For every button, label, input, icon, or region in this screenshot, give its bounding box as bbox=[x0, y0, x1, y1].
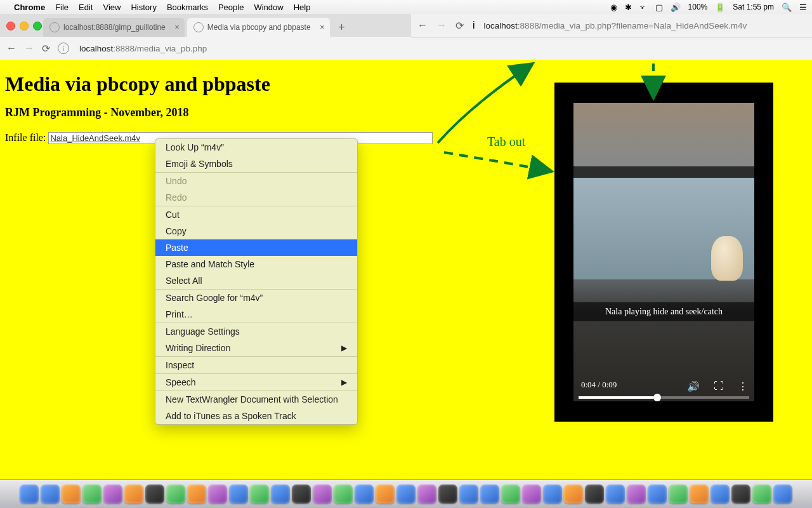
dock-app-icon[interactable] bbox=[82, 485, 102, 504]
zoom-window-icon[interactable] bbox=[33, 22, 42, 30]
ctx-lookup[interactable]: Look Up “m4v” bbox=[155, 139, 357, 156]
reload-button[interactable]: ⟳ bbox=[455, 20, 464, 32]
ctx-itunes-spoken[interactable]: Add to iTunes as a Spoken Track bbox=[155, 408, 357, 424]
dock-app-icon[interactable] bbox=[773, 485, 792, 504]
ctx-textwrangler[interactable]: New TextWrangler Document with Selection bbox=[155, 391, 357, 408]
close-tab-icon[interactable]: × bbox=[174, 22, 180, 32]
dock-app-icon[interactable] bbox=[585, 485, 604, 504]
dock-app-icon[interactable] bbox=[564, 485, 583, 504]
dock-app-icon[interactable] bbox=[376, 485, 395, 504]
url-text[interactable]: localhost:8888/media_via_pb.php?filename… bbox=[484, 21, 747, 30]
menubar-file[interactable]: File bbox=[55, 3, 69, 12]
video-player[interactable]: Nala playing hide and seek/catch 0:04 / … bbox=[554, 83, 773, 422]
ctx-paste[interactable]: Paste bbox=[155, 239, 357, 256]
status-record-icon[interactable]: ◉ bbox=[610, 3, 617, 12]
scene-countertop bbox=[573, 166, 754, 178]
dock-app-icon[interactable] bbox=[606, 485, 625, 504]
dock-app-icon[interactable] bbox=[208, 485, 227, 504]
dock-app-icon[interactable] bbox=[124, 485, 143, 504]
submenu-arrow-icon: ▶ bbox=[341, 344, 347, 352]
dock-app-icon[interactable] bbox=[522, 485, 541, 504]
menu-list-icon[interactable]: ☰ bbox=[799, 3, 807, 12]
new-tab-button[interactable]: + bbox=[334, 19, 350, 36]
site-info-icon[interactable]: i bbox=[58, 43, 69, 54]
context-menu: Look Up “m4v” Emoji & Symbols Undo Redo … bbox=[155, 138, 358, 425]
ctx-inspect[interactable]: Inspect bbox=[155, 357, 357, 373]
menubar-bookmarks[interactable]: Bookmarks bbox=[167, 3, 208, 12]
ctx-undo: Undo bbox=[155, 173, 357, 189]
dock-app-icon[interactable] bbox=[355, 485, 374, 504]
dock-app-icon[interactable] bbox=[543, 485, 562, 504]
close-window-icon[interactable] bbox=[6, 22, 15, 30]
ctx-cut[interactable]: Cut bbox=[155, 206, 357, 223]
dock-app-icon[interactable] bbox=[417, 485, 436, 504]
forward-button[interactable]: → bbox=[436, 20, 447, 31]
dock-app-icon[interactable] bbox=[480, 485, 499, 504]
dock-app-icon[interactable] bbox=[271, 485, 290, 504]
volume-icon[interactable]: 🔊 bbox=[671, 3, 681, 12]
dock-app-icon[interactable] bbox=[145, 485, 164, 504]
dock-app-icon[interactable] bbox=[501, 485, 520, 504]
dock-app-icon[interactable] bbox=[313, 485, 332, 504]
forward-button[interactable]: → bbox=[24, 43, 34, 54]
dock-app-icon[interactable] bbox=[710, 485, 730, 504]
site-info-icon[interactable]: i bbox=[473, 20, 475, 31]
dock-app-icon[interactable] bbox=[334, 485, 353, 504]
menubar-people[interactable]: People bbox=[218, 3, 244, 12]
menubar-app[interactable]: Chrome bbox=[14, 3, 45, 12]
dock-app-icon[interactable] bbox=[292, 485, 311, 504]
menubar-history[interactable]: History bbox=[131, 3, 156, 12]
dock-app-icon[interactable] bbox=[669, 485, 688, 504]
dock-app-icon[interactable] bbox=[250, 485, 269, 504]
volume-icon[interactable]: 🔊 bbox=[687, 380, 700, 392]
ctx-copy[interactable]: Copy bbox=[155, 223, 357, 239]
ctx-speech[interactable]: Speech▶ bbox=[155, 374, 357, 391]
dock-app-icon[interactable] bbox=[396, 485, 416, 504]
wifi-icon[interactable]: ᯤ bbox=[639, 3, 648, 12]
status-puzzle-icon[interactable]: ✱ bbox=[625, 3, 632, 12]
url-text[interactable]: localhost:8888/media_via_pb.php bbox=[79, 44, 207, 53]
dock-app-icon[interactable] bbox=[438, 485, 457, 504]
back-button[interactable]: ← bbox=[6, 43, 16, 54]
dock-app-icon[interactable] bbox=[731, 485, 750, 504]
dock-app-icon[interactable] bbox=[103, 485, 122, 504]
menubar-clock[interactable]: Sat 1:55 pm bbox=[733, 3, 774, 11]
ctx-print[interactable]: Print… bbox=[155, 306, 357, 323]
ctx-paste-match[interactable]: Paste and Match Style bbox=[155, 256, 357, 272]
dock-app-icon[interactable] bbox=[690, 485, 709, 504]
ctx-language[interactable]: Language Settings bbox=[155, 323, 357, 340]
menubar-window[interactable]: Window bbox=[254, 3, 283, 12]
dock-app-icon[interactable] bbox=[20, 485, 39, 504]
tab-media-pb[interactable]: Media via pbcopy and pbpaste × bbox=[187, 18, 330, 37]
back-button[interactable]: ← bbox=[417, 20, 428, 31]
dock-app-icon[interactable] bbox=[166, 485, 185, 504]
dock-app-icon[interactable] bbox=[752, 485, 771, 504]
spotlight-icon[interactable]: 🔍 bbox=[782, 3, 792, 12]
dock-app-icon[interactable] bbox=[648, 485, 667, 504]
ctx-search-google[interactable]: Search Google for “m4v” bbox=[155, 290, 357, 306]
close-tab-icon[interactable]: × bbox=[320, 22, 325, 32]
video-progress-bar[interactable] bbox=[579, 396, 749, 399]
minimize-window-icon[interactable] bbox=[20, 22, 29, 30]
dock-app-icon[interactable] bbox=[187, 485, 206, 504]
tab-gimp-guillotine[interactable]: localhost:8888/gimp_guillotine × bbox=[43, 18, 185, 37]
ctx-select-all[interactable]: Select All bbox=[155, 272, 357, 289]
menubar-help[interactable]: Help bbox=[294, 3, 311, 12]
scene-dog bbox=[711, 236, 743, 281]
video-progress-knob[interactable] bbox=[653, 394, 661, 401]
dock-app-icon[interactable] bbox=[229, 485, 248, 504]
ctx-emoji[interactable]: Emoji & Symbols bbox=[155, 156, 357, 172]
more-options-icon[interactable]: ⋮ bbox=[738, 380, 748, 392]
dock-app-icon[interactable] bbox=[41, 485, 60, 504]
reload-button[interactable]: ⟳ bbox=[42, 43, 50, 55]
battery-percent: 100% bbox=[688, 3, 708, 11]
dock-app-icon[interactable] bbox=[62, 485, 81, 504]
dock-app-icon[interactable] bbox=[459, 485, 478, 504]
ctx-writing-direction[interactable]: Writing Direction▶ bbox=[155, 340, 357, 356]
menubar-view[interactable]: View bbox=[103, 3, 121, 12]
fullscreen-icon[interactable]: ⛶ bbox=[714, 380, 724, 392]
dock-app-icon[interactable] bbox=[627, 485, 646, 504]
airplay-icon[interactable]: ▢ bbox=[655, 3, 663, 12]
menubar-edit[interactable]: Edit bbox=[79, 3, 93, 12]
annotation-tab-out: Tab out bbox=[487, 135, 525, 149]
